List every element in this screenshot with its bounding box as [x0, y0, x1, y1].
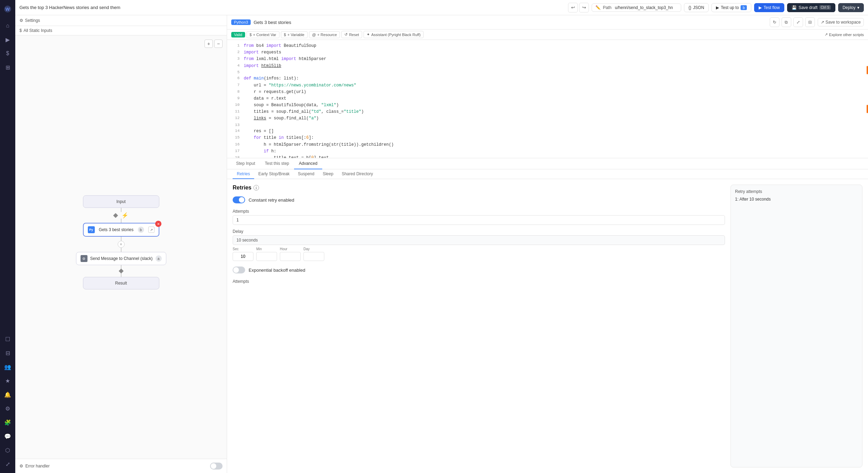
hour-input[interactable]	[280, 252, 301, 261]
sidebar-icon-table[interactable]: ⊟	[1, 347, 14, 359]
test-up-to-badge: b	[741, 5, 747, 10]
save-workspace-icon: ↗	[821, 20, 824, 25]
constant-retry-toggle[interactable]	[233, 196, 245, 203]
code-line-13: 13	[227, 122, 868, 128]
save-draft-button[interactable]: 💾 Save draft Ctrl S	[787, 3, 835, 12]
attempts-label: Attempts	[233, 209, 725, 214]
sidebar-icon-star[interactable]: ★	[1, 374, 14, 387]
add-step-button[interactable]: +	[118, 241, 125, 248]
retries-header: Retries ℹ	[233, 185, 725, 191]
redo-button[interactable]: ↪	[579, 3, 589, 12]
toggle-knob-exp	[233, 267, 239, 273]
code-line-11: 11 titles = soup.find_all("td", class_="…	[227, 109, 868, 115]
explore-scripts-button[interactable]: ↗ Explore other scripts	[825, 32, 864, 37]
deploy-button[interactable]: Deploy ▾	[838, 3, 864, 12]
input-node[interactable]: Input	[83, 195, 159, 208]
sidebar-icon-bell[interactable]: 🔔	[1, 388, 14, 401]
save-to-workspace-button[interactable]: ↗ Save to workspace	[818, 18, 864, 26]
time-inputs: Sec Min Hour	[233, 247, 725, 261]
json-button[interactable]: {} JSON	[684, 3, 709, 12]
test-up-to-button[interactable]: ▶ Test up to b	[711, 3, 751, 12]
sidebar-icon-dollar[interactable]: $	[1, 47, 14, 60]
test-up-to-icon: ▶	[716, 5, 719, 10]
split-button[interactable]: ⊟	[805, 17, 815, 27]
code-line-5: 5	[227, 69, 868, 76]
sub-tab-shared-directory[interactable]: Shared Directory	[337, 169, 377, 179]
remove-node-button[interactable]: ✕	[155, 221, 161, 227]
sidebar-icon-discord[interactable]: 💬	[1, 430, 14, 442]
node-link-icon[interactable]: ↗	[148, 227, 155, 233]
resource-button[interactable]: @ + Resource	[309, 31, 340, 38]
python-icon: Py	[88, 226, 95, 233]
sidebar-icon-home[interactable]: ⌂	[1, 19, 14, 32]
sec-group: Sec	[233, 247, 253, 261]
attempts-bottom-label: Attempts	[233, 279, 725, 284]
sidebar-icon-puzzle[interactable]: 🧩	[1, 416, 14, 429]
min-input[interactable]	[256, 252, 277, 261]
sidebar-icon-play[interactable]: ▶	[1, 33, 14, 46]
context-var-button[interactable]: $ + Context Var	[247, 31, 279, 38]
gets-stories-node[interactable]: ✕ Py Gets 3 best stories b ↗	[83, 223, 159, 237]
sub-tab-bar: Retries Early Stop/Break Suspend Sleep S…	[227, 169, 868, 179]
variable-button[interactable]: $ + Variable	[281, 31, 308, 38]
result-node[interactable]: Result	[83, 277, 159, 289]
refresh-button[interactable]: ↻	[770, 17, 779, 27]
gets-stories-label: Gets 3 best stories	[98, 227, 135, 232]
tab-step-input[interactable]: Step Input	[231, 158, 260, 169]
code-editor[interactable]: 1 from bs4 import BeautifulSoup 2 import…	[227, 40, 868, 158]
sub-tab-suspend[interactable]: Suspend	[294, 169, 318, 179]
code-actions: ↻ ⧉ ⤢ ⊟	[770, 17, 815, 27]
delay-label: Delay	[233, 229, 725, 234]
toggle-knob	[211, 463, 216, 469]
flow-footer: ⚙ Error handler	[15, 459, 227, 473]
sidebar-icon-github[interactable]: ⬡	[1, 444, 14, 456]
sub-tab-sleep[interactable]: Sleep	[318, 169, 337, 179]
attempts-group: Attempts	[233, 209, 725, 225]
connector-diamond-1	[113, 213, 118, 218]
topbar: Gets the top 3 HackerNews stories and se…	[15, 0, 868, 15]
attempts-input[interactable]	[233, 215, 725, 225]
error-handler-toggle[interactable]	[210, 463, 223, 470]
assistant-button[interactable]: ✦ Assistant (Pyright Black Ruff)	[364, 31, 424, 38]
sub-tab-retries[interactable]: Retries	[233, 169, 254, 179]
zoom-in-button[interactable]: +	[205, 40, 213, 48]
sidebar-icon-settings[interactable]: ⚙	[1, 402, 14, 415]
path-input[interactable]	[615, 5, 677, 10]
copy-button[interactable]: ⧉	[782, 17, 791, 27]
test-flow-label: Test flow	[763, 5, 780, 10]
code-line-2: 2 import requests	[227, 49, 868, 56]
flow-nodes: Input ⚡ ✕ Py Ge	[76, 195, 166, 289]
sidebar-icon-users[interactable]: 👥	[1, 361, 14, 373]
bottom-section: Step Input Test this step Advanced Retri…	[227, 158, 868, 473]
reset-icon: ↺	[344, 32, 348, 37]
retries-info-icon[interactable]: ℹ	[253, 185, 259, 191]
code-line-9: 9 data = r.text	[227, 95, 868, 102]
scroll-marker-2	[867, 105, 868, 113]
retry-attempt-1: 1: After 10 seconds	[735, 197, 858, 202]
settings-label: ⚙ Settings	[19, 18, 40, 23]
tab-test-step[interactable]: Test this step	[260, 158, 294, 169]
path-icon: ✏️	[595, 5, 601, 10]
send-message-node[interactable]: ⚙ Send Message to Channel (slack) a	[76, 252, 166, 265]
retries-title: Retries	[233, 185, 251, 191]
zoom-out-button[interactable]: −	[214, 40, 223, 48]
json-label: JSON	[693, 5, 704, 10]
canvas-controls: + −	[205, 40, 223, 48]
test-flow-button[interactable]: ▶ Test flow	[754, 3, 784, 12]
reset-button[interactable]: ↺ Reset	[341, 31, 362, 38]
undo-button[interactable]: ↩	[568, 3, 578, 12]
tab-advanced[interactable]: Advanced	[294, 158, 322, 169]
sec-input[interactable]	[233, 252, 253, 261]
sec-label: Sec	[233, 247, 253, 251]
sidebar-icon-expand[interactable]: ⤢	[1, 458, 14, 470]
lightning-icon[interactable]: ⚡	[122, 212, 128, 219]
fullscreen-button[interactable]: ⤢	[793, 17, 803, 27]
day-input[interactable]	[303, 252, 324, 261]
all-static-inputs[interactable]: $ All Static Inputs	[15, 26, 227, 35]
sidebar-icon-inbox[interactable]: ☐	[1, 333, 14, 345]
sub-tab-early-stop[interactable]: Early Stop/Break	[254, 169, 294, 179]
sidebar-icon-grid[interactable]: ⊞	[1, 61, 14, 74]
hour-label: Hour	[280, 247, 301, 251]
deploy-chevron-icon: ▾	[857, 5, 859, 10]
exponential-toggle[interactable]	[233, 267, 245, 273]
